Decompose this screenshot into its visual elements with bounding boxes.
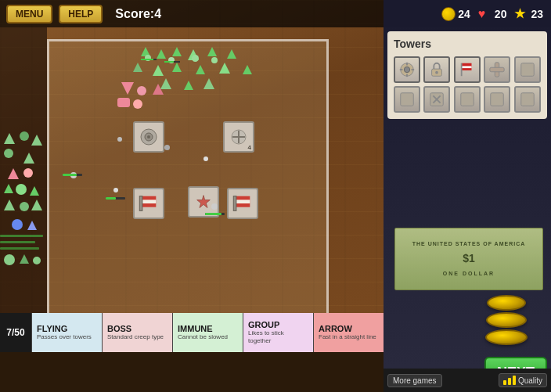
wave-desc-8: Standard creep type [107,333,164,341]
health-bar-2 [106,197,125,200]
coins-stack [485,295,528,345]
svg-rect-29 [520,63,534,77]
svg-rect-34 [461,93,474,106]
health-bar-1 [63,174,82,176]
svg-point-16 [404,67,409,72]
svg-rect-20 [412,69,415,70]
towers-panel: Towers [387,31,547,119]
resource-bar: 24 ♥ 20 ★ 23 [384,0,551,27]
wave-item-immune[interactable]: IMMUNE Cannot be slowed [172,313,243,352]
wave-desc-9: Cannot be slowed [178,333,228,341]
tower-slot-2[interactable] [423,56,450,83]
tower-slot-1[interactable] [394,56,420,83]
tower-slot-10[interactable] [514,86,541,113]
top-bar: MENU HELP Score:4 [0,0,384,27]
coins-value: 24 [458,8,470,20]
towers-grid [394,56,541,113]
menu-button[interactable]: MENU [6,5,52,23]
tower-slot-6[interactable] [394,86,420,113]
wave-label-10: GROUP [248,320,279,329]
tower-slot-3[interactable] [454,56,481,83]
bullet-5 [164,145,170,150]
stars-value: 23 [531,8,543,20]
svg-rect-17 [406,63,408,66]
wave-desc-7: Passes over towers [37,333,92,341]
stars-resource: ★ 23 [514,7,543,21]
wave-label-7: FLYING [37,324,67,333]
wave-current: 7 [6,327,12,338]
wave-item-flying[interactable]: FLYING Passes over towers [31,313,102,352]
hearts-resource: ♥ 20 [478,7,507,21]
q-bar-2 [508,378,511,385]
svg-rect-35 [491,93,504,106]
wave-item-boss[interactable]: BOSS Standard creep type [102,313,172,352]
bullet-2 [113,188,118,192]
svg-rect-24 [461,66,471,68]
wave-total: 50 [14,327,24,338]
wave-desc-10: Likes to stick together [248,329,308,344]
bottom-bar: 7/50 FLYING Passes over towers BOSS Stan… [0,313,384,352]
wave-desc-11: Fast in a straight line [319,333,376,341]
health-bar-3 [205,213,225,215]
wave-item-group[interactable]: GROUP Likes to stick together [243,313,313,352]
bottom-right-bar: More games Quality [384,369,551,392]
svg-rect-36 [520,93,534,106]
svg-rect-28 [490,67,504,72]
right-panel: 24 ♥ 20 ★ 23 Towers [384,0,551,392]
q-bar-1 [503,380,506,385]
bullet-3 [211,203,218,210]
svg-rect-19 [400,69,403,70]
q-bar-3 [513,376,516,385]
tower-slot-8[interactable] [454,86,481,113]
bullet-6 [117,137,122,142]
dollar-bills: THE UNITED STATES OF AMERICA $1 ONE DOLL… [394,228,543,290]
tower-slot-9[interactable] [484,86,510,113]
svg-rect-25 [461,68,471,70]
quality-label: Quality [518,376,542,385]
star-icon: ★ [514,7,528,21]
coins-resource: 24 [441,7,470,21]
wave-item-arrow[interactable]: ARROW Fast in a straight line [313,313,384,352]
svg-point-22 [436,71,439,74]
wave-counter: 7/50 [0,313,31,352]
tower-slot-4[interactable] [484,56,510,83]
quality-bars-icon [503,376,516,385]
quality-button[interactable]: Quality [499,373,547,387]
creep-group-left [0,125,51,282]
towers-title: Towers [394,38,541,50]
coin-2 [486,312,527,328]
more-games-button[interactable]: More games [387,374,442,387]
tower-slot-5[interactable] [514,56,541,83]
svg-rect-30 [401,93,414,106]
help-button[interactable]: HELP [59,5,103,23]
coin-1 [487,295,526,311]
tower-slot-7[interactable] [423,86,450,113]
coin-3 [485,329,528,345]
creep-group-1 [117,43,274,137]
svg-rect-18 [406,74,408,77]
score-display: Score:4 [115,7,161,21]
game-area: MENU HELP Score:4 4 [0,0,384,352]
wave-label-11: ARROW [319,324,352,333]
heart-icon: ♥ [478,7,492,21]
wave-label-9: IMMUNE [178,324,213,333]
wave-label-8: BOSS [107,324,131,333]
bullet-4 [203,156,208,161]
hearts-value: 20 [495,8,507,20]
coin-icon [441,7,456,21]
